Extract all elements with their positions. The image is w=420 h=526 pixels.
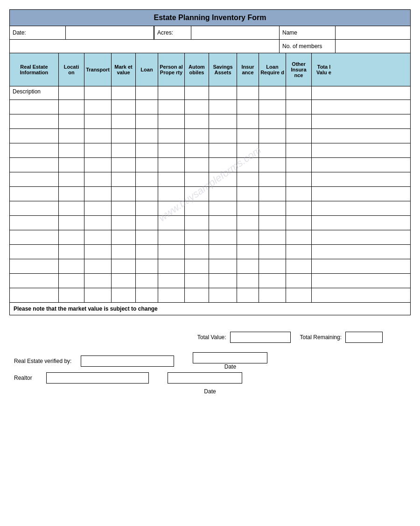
cell-transport[interactable]	[84, 201, 112, 215]
cell-loan-req[interactable]	[259, 129, 286, 143]
cell-market[interactable]	[112, 172, 136, 186]
cell-insurance[interactable]	[237, 129, 259, 143]
cell-location[interactable]	[59, 230, 84, 244]
cell-savings[interactable]	[209, 230, 237, 244]
table-row[interactable]	[10, 274, 410, 288]
cell-loan-req[interactable]	[259, 245, 286, 259]
cell-loan[interactable]	[136, 245, 158, 259]
cell-autos[interactable]	[185, 274, 209, 288]
table-row[interactable]	[10, 216, 410, 230]
cell-market[interactable]	[112, 129, 136, 143]
cell-savings[interactable]	[209, 187, 237, 201]
real-estate-verified-input[interactable]	[81, 355, 174, 367]
cell-location[interactable]	[59, 201, 84, 215]
cell-market[interactable]	[112, 245, 136, 259]
table-row[interactable]	[10, 245, 410, 259]
cell-loan[interactable]	[136, 158, 158, 172]
cell-location[interactable]	[59, 100, 84, 114]
cell-autos[interactable]	[185, 100, 209, 114]
realtor-input[interactable]	[46, 372, 149, 384]
cell-total[interactable]	[312, 216, 336, 230]
cell-other[interactable]	[286, 230, 312, 244]
cell-insurance[interactable]	[237, 274, 259, 288]
cell-market[interactable]	[112, 288, 136, 302]
cell-loan-req[interactable]	[259, 216, 286, 230]
cell-loan-req[interactable]	[259, 230, 286, 244]
cell-personal[interactable]	[158, 230, 185, 244]
cell-market[interactable]	[112, 259, 136, 273]
cell-location[interactable]	[59, 288, 84, 302]
cell-insurance[interactable]	[237, 288, 259, 302]
cell-real-estate[interactable]	[10, 201, 59, 215]
cell-loan[interactable]	[136, 114, 158, 128]
table-row[interactable]	[10, 100, 410, 114]
cell-real-estate[interactable]	[10, 274, 59, 288]
cell-location[interactable]	[59, 129, 84, 143]
cell-loan[interactable]	[136, 143, 158, 157]
cell-personal[interactable]	[158, 288, 185, 302]
cell-savings[interactable]	[209, 143, 237, 157]
cell-savings[interactable]	[209, 201, 237, 215]
cell-market[interactable]	[112, 201, 136, 215]
cell-other[interactable]	[286, 201, 312, 215]
cell-other[interactable]	[286, 274, 312, 288]
cell-autos[interactable]	[185, 172, 209, 186]
name-value[interactable]	[336, 26, 410, 39]
cell-loan[interactable]	[136, 274, 158, 288]
cell-loan[interactable]	[136, 100, 158, 114]
cell-loan-req[interactable]	[259, 158, 286, 172]
cell-other[interactable]	[286, 245, 312, 259]
cell-loan[interactable]	[136, 216, 158, 230]
cell-loan-req[interactable]	[259, 259, 286, 273]
cell-savings[interactable]	[209, 158, 237, 172]
cell-loan[interactable]	[136, 259, 158, 273]
cell-loan[interactable]	[136, 187, 158, 201]
cell-loan-req[interactable]	[259, 100, 286, 114]
table-row[interactable]	[10, 129, 410, 143]
cell-other[interactable]	[286, 216, 312, 230]
cell-location[interactable]	[59, 172, 84, 186]
cell-loan-req[interactable]	[259, 274, 286, 288]
cell-location[interactable]	[59, 245, 84, 259]
cell-insurance[interactable]	[237, 259, 259, 273]
cell-real-estate[interactable]	[10, 129, 59, 143]
cell-personal[interactable]	[158, 158, 185, 172]
cell-personal[interactable]	[158, 114, 185, 128]
cell-market[interactable]	[112, 216, 136, 230]
cell-insurance[interactable]	[237, 187, 259, 201]
cell-savings[interactable]	[209, 274, 237, 288]
cell-transport[interactable]	[84, 172, 112, 186]
table-row[interactable]	[10, 201, 410, 216]
cell-personal[interactable]	[158, 259, 185, 273]
cell-transport[interactable]	[84, 230, 112, 244]
cell-market[interactable]	[112, 274, 136, 288]
cell-transport[interactable]	[84, 245, 112, 259]
cell-real-estate[interactable]	[10, 100, 59, 114]
cell-insurance[interactable]	[237, 143, 259, 157]
re-date-input[interactable]	[193, 352, 267, 363]
cell-location[interactable]	[59, 216, 84, 230]
cell-transport[interactable]	[84, 187, 112, 201]
cell-real-estate[interactable]	[10, 143, 59, 157]
cell-insurance[interactable]	[237, 158, 259, 172]
cell-savings[interactable]	[209, 216, 237, 230]
cell-transport[interactable]	[84, 129, 112, 143]
cell-savings[interactable]	[209, 129, 237, 143]
cell-real-estate[interactable]	[10, 187, 59, 201]
cell-transport[interactable]	[84, 259, 112, 273]
table-row[interactable]	[10, 230, 410, 245]
cell-insurance[interactable]	[237, 230, 259, 244]
cell-other[interactable]	[286, 129, 312, 143]
cell-loan-req[interactable]	[259, 187, 286, 201]
cell-savings[interactable]	[209, 114, 237, 128]
cell-other[interactable]	[286, 288, 312, 302]
cell-autos[interactable]	[185, 216, 209, 230]
cell-market[interactable]	[112, 230, 136, 244]
cell-transport[interactable]	[84, 288, 112, 302]
cell-real-estate[interactable]	[10, 245, 59, 259]
cell-autos[interactable]	[185, 245, 209, 259]
cell-autos[interactable]	[185, 201, 209, 215]
cell-total[interactable]	[312, 172, 336, 186]
cell-autos[interactable]	[185, 129, 209, 143]
table-row[interactable]	[10, 259, 410, 274]
